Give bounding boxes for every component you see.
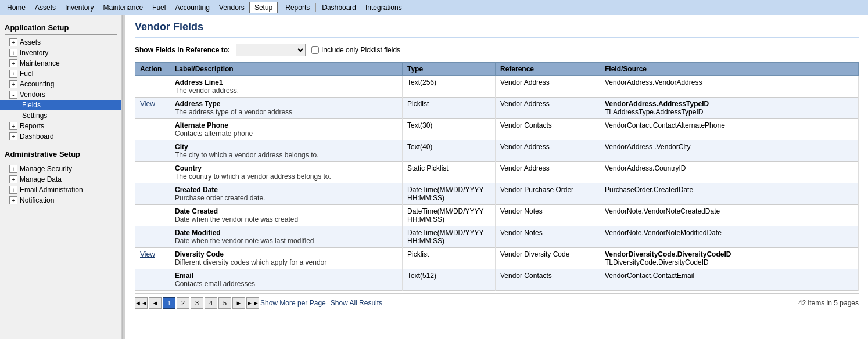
sidebar-sub-settings[interactable]: Settings (0, 110, 121, 121)
nav-maintenance[interactable]: Maintenance (98, 2, 148, 13)
sidebar-label-maintenance: Maintenance (20, 59, 60, 67)
pagination-bar: ◄◄ ◄ 1 2 3 4 5 ► ►► Show More per Page S… (135, 293, 859, 312)
reference-select[interactable] (236, 44, 306, 56)
view-link[interactable]: View (140, 100, 155, 108)
cell-type: DateTime(MM/DD/YYYY HH:MM:SS) (403, 205, 496, 226)
cell-label-desc: CityThe city to which a vendor address b… (170, 140, 403, 162)
expand-icon-maintenance: + (9, 59, 17, 67)
expand-icon-reports: + (9, 122, 17, 130)
cell-label-desc: Alternate PhoneContacts alternate phone (170, 119, 403, 140)
cell-field-source: VendorAddress .VendorCity (600, 140, 859, 162)
col-reference: Reference (496, 63, 600, 76)
sidebar-item-fuel[interactable]: + Fuel (0, 68, 121, 79)
page-1-btn[interactable]: 1 (163, 297, 175, 309)
nav-setup[interactable]: Setup (249, 2, 278, 13)
cell-label-desc: Created DatePurchase order created date. (170, 183, 403, 205)
cell-reference: Vendor Address (496, 140, 600, 162)
sidebar-item-vendors[interactable]: - Vendors (0, 89, 121, 100)
picklist-filter-label[interactable]: Include only Picklist fields (311, 46, 400, 54)
sidebar-item-manage-data[interactable]: + Manage Data (0, 174, 121, 185)
cell-type: Text(40) (403, 140, 496, 162)
page-first-btn[interactable]: ◄◄ (135, 297, 148, 309)
page-2-btn[interactable]: 2 (177, 297, 189, 309)
cell-field-source: VendorNote.VendorNoteModifiedDate (600, 226, 859, 248)
cell-reference: Vendor Purchase Order (496, 183, 600, 205)
vendor-fields-table: Action Label/Description Type Reference … (135, 62, 859, 291)
cell-action (135, 162, 170, 183)
expand-icon-vendors: - (9, 91, 17, 99)
table-body: Address Line1The vendor address.Text(256… (135, 76, 859, 291)
page-5-btn[interactable]: 5 (218, 297, 231, 309)
page-last-btn[interactable]: ►► (246, 297, 259, 309)
cell-reference: Vendor Diversity Code (496, 248, 600, 269)
cell-reference: Vendor Contacts (496, 269, 600, 291)
admin-setup-title: Administrative Setup (0, 147, 121, 160)
page-title: Vendor Fields (135, 21, 859, 38)
cell-action (135, 226, 170, 248)
nav-inventory[interactable]: Inventory (60, 2, 98, 13)
view-link[interactable]: View (140, 250, 155, 258)
page-next-btn[interactable]: ► (232, 297, 245, 309)
cell-action (135, 183, 170, 205)
sidebar-item-inventory[interactable]: + Inventory (0, 48, 121, 58)
filter-label: Show Fields in Reference to: (135, 46, 230, 54)
cell-label-desc: Diversity CodeDifferent diversity codes … (170, 248, 403, 269)
nav-home[interactable]: Home (2, 2, 30, 13)
cell-label-desc: Address TypeThe address type of a vendor… (170, 98, 403, 119)
sidebar-item-assets[interactable]: + Assets (0, 37, 121, 48)
cell-reference: Vendor Contacts (496, 119, 600, 140)
sidebar-label-manage-security: Manage Security (20, 165, 72, 173)
expand-icon-dashboard: + (9, 132, 17, 140)
nav-assets[interactable]: Assets (30, 2, 60, 13)
cell-field-source: VendorDiversityCode.DiversityCodeIDTLDiv… (600, 248, 859, 269)
nav-fuel[interactable]: Fuel (148, 2, 170, 13)
page-3-btn[interactable]: 3 (191, 297, 203, 309)
sidebar-item-maintenance[interactable]: + Maintenance (0, 58, 121, 68)
sidebar-item-reports[interactable]: + Reports (0, 121, 121, 131)
expand-icon-fuel: + (9, 70, 17, 78)
page-prev-btn[interactable]: ◄ (149, 297, 162, 309)
nav-dashboard[interactable]: Dashboard (317, 2, 361, 13)
nav-vendors[interactable]: Vendors (214, 2, 249, 13)
sidebar-item-accounting[interactable]: + Accounting (0, 79, 121, 89)
nav-integrations[interactable]: Integrations (361, 2, 407, 13)
table-row: Created DatePurchase order created date.… (135, 183, 859, 205)
main-layout: Application Setup + Assets + Inventory +… (0, 15, 868, 339)
filter-select-wrapper (236, 44, 306, 56)
show-more-link[interactable]: Show More per Page (260, 299, 326, 307)
page-4-btn[interactable]: 4 (205, 297, 217, 309)
expand-icon-accounting: + (9, 80, 17, 88)
cell-action (135, 140, 170, 162)
nav-reports[interactable]: Reports (281, 2, 314, 13)
cell-action: View (135, 98, 170, 119)
cell-reference: Vendor Address (496, 76, 600, 98)
cell-reference: Vendor Notes (496, 205, 600, 226)
sidebar-label-assets: Assets (20, 38, 41, 46)
expand-icon-notification: + (9, 196, 17, 204)
main-content: Vendor Fields Show Fields in Reference t… (125, 15, 868, 339)
cell-field-source: VendorAddress.VendorAddress (600, 76, 859, 98)
table-row: CityThe city to which a vendor address b… (135, 140, 859, 162)
app-setup-title: Application Setup (0, 21, 121, 33)
sidebar-item-email-admin[interactable]: + Email Administration (0, 185, 121, 195)
show-all-link[interactable]: Show All Results (331, 299, 382, 307)
picklist-checkbox[interactable] (311, 46, 319, 54)
sidebar-sub-fields[interactable]: Fields (0, 100, 121, 110)
sidebar-item-dashboard[interactable]: + Dashboard (0, 131, 121, 142)
table-row: Address Line1The vendor address.Text(256… (135, 76, 859, 98)
sidebar-item-manage-security[interactable]: + Manage Security (0, 164, 121, 174)
cell-label-desc: Date ModifiedDate when the vendor note w… (170, 226, 403, 248)
sidebar-label-fuel: Fuel (20, 70, 33, 78)
sidebar-label-inventory: Inventory (20, 49, 48, 57)
cell-type: Text(512) (403, 269, 496, 291)
sidebar-item-notification[interactable]: + Notification (0, 195, 121, 205)
cell-reference: Vendor Notes (496, 226, 600, 248)
nav-separator-2 (315, 3, 316, 12)
sidebar: Application Setup + Assets + Inventory +… (0, 15, 122, 339)
cell-type: Text(30) (403, 119, 496, 140)
nav-accounting[interactable]: Accounting (170, 2, 214, 13)
cell-label-desc: Address Line1The vendor address. (170, 76, 403, 98)
sidebar-label-email-admin: Email Administration (20, 186, 83, 194)
cell-label-desc: EmailContacts email addresses (170, 269, 403, 291)
cell-action (135, 76, 170, 98)
